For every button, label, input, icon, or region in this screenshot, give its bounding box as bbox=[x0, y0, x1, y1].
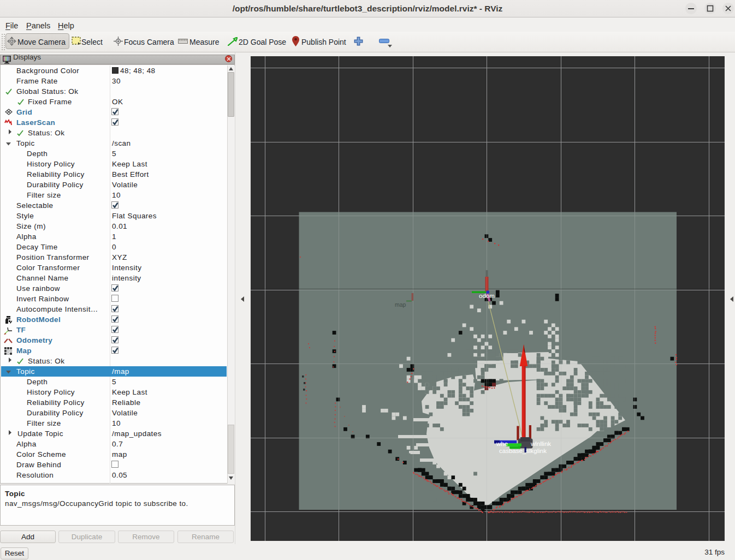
svg-text:whe: whe bbox=[496, 440, 508, 447]
svg-text:casbase_slkglink: casbase_slkglink bbox=[499, 448, 547, 454]
svg-text:map: map bbox=[395, 301, 406, 308]
svg-text:wlnllink: wlnllink bbox=[530, 440, 551, 447]
svg-text:odom: odom bbox=[479, 293, 495, 299]
